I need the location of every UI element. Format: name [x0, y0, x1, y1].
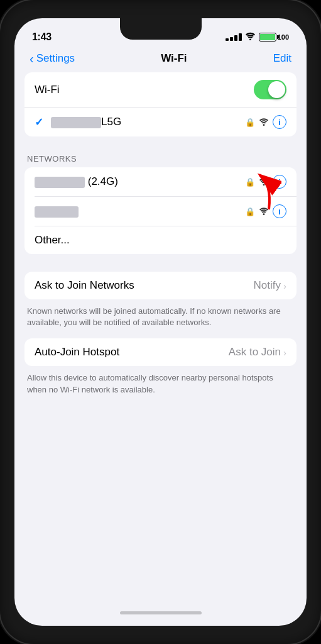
other-label: Other...	[35, 234, 70, 247]
home-indicator	[14, 604, 307, 626]
connected-network-name: L5G	[51, 116, 245, 128]
auto-join-current-value: Ask to Join	[229, 346, 281, 358]
networks-section-header: NETWORKS	[24, 142, 297, 167]
network-name-2	[35, 205, 245, 218]
connected-network-info-button[interactable]: i	[273, 115, 286, 129]
back-label: Settings	[36, 52, 75, 65]
home-bar	[120, 611, 202, 614]
edit-button[interactable]: Edit	[273, 52, 291, 65]
svg-point-2	[263, 124, 265, 126]
page-title: Wi-Fi	[161, 52, 187, 65]
status-icons: 100	[226, 32, 289, 42]
svg-point-3	[263, 184, 265, 186]
network-row-2[interactable]: 🔒 i	[24, 197, 297, 226]
network-2-icons: 🔒 i	[245, 204, 286, 218]
back-button[interactable]: ‹ Settings	[30, 52, 75, 65]
wifi-toggle[interactable]	[254, 80, 286, 99]
ask-to-join-helper: Known networks will be joined automatica…	[24, 302, 297, 338]
wifi-signal-icon-2	[259, 177, 269, 187]
chevron-icon-2: ›	[283, 347, 286, 358]
network-2-info-button[interactable]: i	[273, 204, 286, 218]
lock-icon: 🔒	[245, 118, 255, 127]
auto-join-label: Auto-Join Hotspot	[35, 346, 119, 358]
battery-label: 100	[278, 33, 289, 41]
network-1-icons: 🔒 i	[245, 175, 286, 189]
ask-to-join-value: Notify ›	[254, 279, 286, 292]
chevron-icon-1: ›	[283, 280, 286, 291]
screen: 1:43	[14, 18, 307, 626]
network-1-info-button[interactable]: i	[273, 175, 286, 189]
lock-icon-2: 🔒	[245, 177, 255, 187]
phone-shell: 1:43	[0, 0, 321, 644]
wifi-card: Wi-Fi ✓ L5G 🔒	[24, 72, 297, 136]
nav-bar: ‹ Settings Wi-Fi Edit	[14, 50, 307, 72]
check-icon: ✓	[35, 116, 43, 129]
auto-join-card: Auto-Join Hotspot Ask to Join ›	[24, 338, 297, 366]
other-network-row[interactable]: Other...	[24, 226, 297, 254]
network-row-1[interactable]: (2.4G) 🔒	[24, 167, 297, 196]
content-area: Wi-Fi ✓ L5G 🔒	[14, 72, 307, 604]
ask-to-join-label: Ask to Join Networks	[35, 279, 134, 292]
back-arrow-icon: ‹	[30, 52, 34, 65]
ask-to-join-row[interactable]: Ask to Join Networks Notify ›	[24, 272, 297, 299]
connected-network-icons: 🔒 i	[245, 115, 286, 129]
signal-icon	[226, 33, 242, 41]
svg-point-4	[263, 213, 265, 215]
notch	[120, 18, 202, 40]
auto-join-helper: Allow this device to automatically disco…	[24, 369, 297, 405]
svg-point-0	[249, 39, 251, 41]
toggle-knob	[268, 81, 285, 98]
wifi-toggle-row: Wi-Fi	[24, 72, 297, 108]
lock-icon-3: 🔒	[245, 207, 255, 216]
network-name-1: (2.4G)	[35, 175, 245, 188]
networks-card: (2.4G) 🔒	[24, 167, 297, 254]
ask-to-join-card: Ask to Join Networks Notify ›	[24, 272, 297, 299]
wifi-status-icon	[245, 32, 256, 42]
ask-to-join-current-value: Notify	[254, 279, 281, 292]
battery-icon: 100	[259, 33, 289, 42]
wifi-signal-icon	[259, 117, 269, 128]
connected-network-row: ✓ L5G 🔒	[24, 108, 297, 136]
wifi-label: Wi-Fi	[35, 84, 60, 96]
auto-join-row[interactable]: Auto-Join Hotspot Ask to Join ›	[24, 338, 297, 366]
auto-join-value: Ask to Join ›	[229, 346, 286, 358]
wifi-signal-icon-3	[259, 206, 269, 217]
status-time: 1:43	[32, 31, 52, 43]
